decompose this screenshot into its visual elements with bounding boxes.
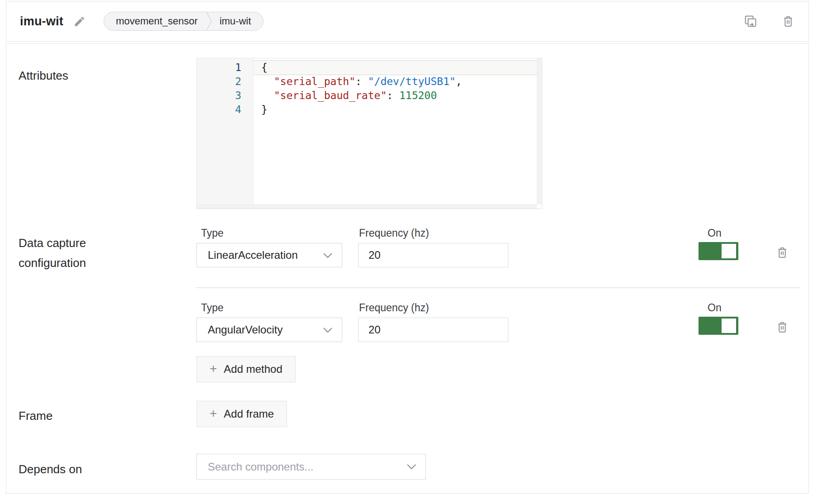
header-actions bbox=[743, 14, 795, 29]
capture-type-value: LinearAcceleration bbox=[208, 249, 323, 262]
json-key: "serial_path" bbox=[274, 76, 355, 87]
breadcrumb-chevron-icon bbox=[206, 12, 212, 30]
frequency-label: Frequency (hz) bbox=[359, 302, 429, 314]
code-line-4: } bbox=[254, 103, 537, 117]
editor-gutter: 1 2 3 4 bbox=[197, 58, 254, 204]
chevron-down-icon bbox=[407, 464, 416, 470]
type-label: Type bbox=[201, 227, 224, 239]
editor-content[interactable]: { "serial_path": "/dev/ttyUSB1", "serial… bbox=[254, 58, 537, 204]
search-placeholder: Search components... bbox=[208, 461, 407, 473]
chevron-down-icon bbox=[323, 252, 333, 258]
delete-capture-row-button[interactable] bbox=[775, 246, 789, 259]
component-body: Attributes 1 2 3 4 { "serial_path": "/de… bbox=[6, 43, 809, 494]
duplicate-component-button[interactable] bbox=[743, 14, 758, 29]
attributes-json-editor[interactable]: 1 2 3 4 { "serial_path": "/dev/ttyUSB1",… bbox=[196, 58, 542, 209]
json-key: "serial_baud_rate" bbox=[274, 90, 387, 101]
json-number-value: 115200 bbox=[399, 90, 437, 101]
editor-horizontal-scrollbar[interactable] bbox=[197, 204, 537, 209]
line-number: 4 bbox=[197, 103, 253, 117]
capture-row: Type AngularVelocity Frequency (hz) On bbox=[6, 302, 809, 361]
component-header: imu-wit movement_sensor imu-wit bbox=[6, 1, 809, 42]
code-line-1: { bbox=[254, 61, 537, 75]
toggle-label: On bbox=[708, 227, 722, 239]
code-line-2: "serial_path": "/dev/ttyUSB1", bbox=[254, 75, 537, 89]
depends-on-label: Depends on bbox=[19, 459, 82, 479]
add-frame-label: Add frame bbox=[224, 408, 274, 420]
breadcrumb: movement_sensor imu-wit bbox=[104, 12, 263, 31]
frame-label: Frame bbox=[19, 406, 53, 426]
delete-capture-row-button[interactable] bbox=[775, 320, 789, 334]
component-config-page: imu-wit movement_sensor imu-wit bbox=[0, 0, 823, 504]
edit-name-icon[interactable] bbox=[73, 15, 86, 28]
toggle-knob bbox=[722, 244, 736, 258]
row-divider bbox=[196, 287, 800, 288]
line-number: 3 bbox=[197, 89, 253, 103]
editor-vertical-scrollbar[interactable] bbox=[537, 58, 542, 204]
frequency-label: Frequency (hz) bbox=[359, 227, 429, 239]
capture-row: Type LinearAcceleration Frequency (hz) O… bbox=[6, 227, 809, 286]
capture-toggle[interactable] bbox=[699, 317, 738, 335]
line-number: 2 bbox=[197, 75, 253, 89]
toggle-knob bbox=[722, 319, 736, 333]
capture-type-value: AngularVelocity bbox=[208, 323, 323, 336]
depends-on-search-select[interactable]: Search components... bbox=[196, 454, 426, 480]
frequency-input[interactable] bbox=[358, 318, 508, 342]
plus-icon: + bbox=[210, 407, 217, 420]
chevron-down-icon bbox=[323, 327, 333, 333]
plus-icon: + bbox=[210, 362, 217, 375]
capture-type-select[interactable]: LinearAcceleration bbox=[196, 243, 342, 267]
code-line-3: "serial_baud_rate": 115200 bbox=[254, 89, 537, 103]
json-string-value: "/dev/ttyUSB1" bbox=[368, 76, 456, 87]
add-frame-button[interactable]: + Add frame bbox=[196, 401, 287, 427]
breadcrumb-child[interactable]: imu-wit bbox=[212, 15, 263, 27]
capture-toggle[interactable] bbox=[699, 242, 738, 260]
add-method-label: Add method bbox=[224, 363, 282, 376]
breadcrumb-parent[interactable]: movement_sensor bbox=[104, 15, 206, 27]
add-method-button[interactable]: + Add method bbox=[196, 356, 296, 382]
attributes-label: Attributes bbox=[19, 66, 68, 86]
line-number: 1 bbox=[197, 61, 253, 75]
frequency-input[interactable] bbox=[358, 243, 508, 267]
capture-type-select[interactable]: AngularVelocity bbox=[196, 318, 342, 342]
toggle-label: On bbox=[708, 302, 722, 314]
delete-component-button[interactable] bbox=[781, 14, 795, 28]
component-title: imu-wit bbox=[20, 14, 63, 29]
type-label: Type bbox=[201, 302, 224, 314]
